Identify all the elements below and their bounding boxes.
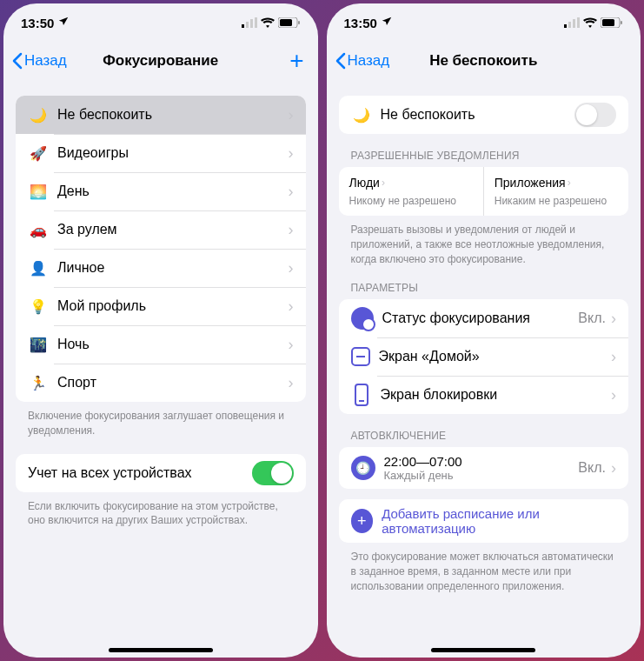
chevron-icon: › [289, 183, 294, 201]
moon-icon: 🌙 [351, 104, 372, 125]
chevron-icon: › [611, 348, 616, 366]
apps-sub: Никаким не разрешено [495, 195, 618, 207]
chevron-icon: › [289, 259, 294, 277]
status-bar: 13:50 [327, 3, 641, 42]
svg-rect-12 [602, 19, 614, 26]
params-header: ПАРАМЕТРЫ [327, 282, 641, 299]
focus-item[interactable]: 🚀Видеоигры› [16, 134, 306, 172]
svg-rect-13 [621, 21, 622, 24]
sync-row[interactable]: Учет на всех устройствах [16, 454, 306, 492]
focus-footer: Включение фокусирования заглушает оповещ… [3, 402, 318, 438]
focus-item[interactable]: 🌃Ночь› [16, 325, 306, 364]
focus-item-label: Спорт [57, 375, 289, 391]
focus-item[interactable]: 🌅День› [16, 172, 306, 210]
focus-item[interactable]: 🌙Не беспокоить› [16, 96, 306, 134]
svg-rect-9 [573, 19, 575, 28]
auto-footer: Это фокусирование может включаться автом… [327, 543, 641, 593]
add-schedule-row[interactable]: + Добавить расписание или автоматизацию [339, 499, 629, 543]
phone-left: 13:50 Назад Фокусирование + 🌙Не беспокои… [3, 3, 318, 658]
people-sub: Никому не разрешено [349, 195, 473, 207]
focus-item-icon: 💡 [28, 296, 49, 317]
svg-rect-0 [242, 24, 244, 28]
param-home-row[interactable]: Экран «Домой» › [339, 337, 629, 376]
focus-item-icon: 🚀 [28, 143, 49, 164]
focus-item-label: Видеоигры [57, 145, 289, 161]
focus-item[interactable]: 🚗За рулем› [16, 210, 306, 249]
chevron-icon: › [382, 177, 385, 189]
schedule-row[interactable]: 🕘 22:00—07:00 Каждый день Вкл. › [339, 447, 629, 489]
chevron-icon: › [611, 310, 616, 328]
phone-right: 13:50 Назад Не беспокоить 🌙 Не беспокоит… [327, 3, 641, 658]
focus-item[interactable]: 💡Мой профиль› [16, 287, 306, 325]
back-label: Назад [348, 52, 390, 70]
people-title: Люди [349, 176, 380, 190]
home-indicator[interactable] [431, 648, 535, 652]
sync-footer: Если включить фокусирование на этом устр… [3, 492, 318, 529]
sync-toggle[interactable] [252, 461, 294, 485]
svg-rect-6 [298, 21, 300, 24]
param-status-row[interactable]: Статус фокусирования Вкл. › [339, 299, 629, 337]
focus-item-label: День [57, 184, 289, 199]
param-home-label: Экран «Домой» [379, 349, 612, 364]
chevron-icon: › [289, 221, 294, 239]
chevron-icon: › [289, 374, 294, 392]
chevron-icon: › [611, 386, 616, 404]
auto-header: АВТОВКЛЮЧЕНИЕ [327, 430, 641, 447]
chevron-icon: › [289, 297, 294, 316]
svg-rect-2 [250, 19, 253, 28]
param-lock-label: Экран блокировки [381, 387, 612, 403]
add-schedule-label: Добавить расписание или автоматизацию [382, 506, 616, 536]
allowed-card: Люди› Никому не разрешено Приложения› Ни… [339, 167, 629, 216]
param-status-value: Вкл. [578, 310, 606, 326]
focus-item-label: Мой профиль [57, 298, 289, 314]
focus-item-icon: 🌃 [28, 334, 49, 355]
battery-icon [278, 16, 301, 30]
focus-item-label: Личное [57, 260, 289, 276]
signal-icon [564, 16, 580, 30]
param-status-label: Статус фокусирования [382, 310, 579, 326]
page-title: Фокусирование [103, 52, 218, 70]
add-button[interactable]: + [289, 47, 303, 75]
allowed-footer: Разрешать вызовы и уведомления от людей … [327, 216, 641, 266]
svg-rect-1 [246, 22, 249, 28]
focus-list: 🌙Не беспокоить›🚀Видеоигры›🌅День›🚗За руле… [16, 96, 306, 402]
param-lock-row[interactable]: Экран блокировки › [339, 376, 629, 414]
dnd-toggle[interactable] [574, 103, 616, 127]
dnd-row[interactable]: 🌙 Не беспокоить [339, 96, 629, 134]
svg-rect-5 [280, 19, 292, 26]
people-cell[interactable]: Люди› Никому не разрешено [339, 167, 483, 216]
schedule-time: 22:00—07:00 [384, 454, 579, 469]
focus-item-icon: 🏃 [28, 372, 49, 393]
page-title: Не беспокоить [429, 52, 537, 70]
chevron-icon: › [289, 336, 294, 354]
apps-title: Приложения [495, 176, 566, 190]
dnd-label: Не беспокоить [381, 107, 575, 123]
location-icon [57, 16, 70, 30]
back-button[interactable]: Назад [335, 52, 390, 70]
battery-icon [601, 16, 623, 30]
focus-item-label: Не беспокоить [57, 107, 289, 123]
chevron-icon: › [611, 459, 616, 477]
svg-rect-8 [568, 22, 571, 28]
status-time: 13:50 [344, 16, 377, 30]
back-button[interactable]: Назад [12, 52, 67, 70]
plus-icon: + [351, 509, 374, 533]
apps-cell[interactable]: Приложения› Никаким не разрешено [483, 167, 628, 216]
focus-item[interactable]: 👤Личное› [16, 249, 306, 287]
wifi-icon [261, 16, 275, 30]
status-time: 13:50 [21, 16, 54, 30]
wifi-icon [583, 16, 597, 30]
clock-icon: 🕘 [351, 456, 375, 480]
focus-item-label: Ночь [57, 337, 289, 352]
back-label: Назад [24, 52, 67, 70]
schedule-sub: Каждый день [384, 469, 579, 482]
focus-item[interactable]: 🏃Спорт› [16, 364, 306, 402]
chevron-icon: › [289, 144, 294, 163]
home-indicator[interactable] [109, 648, 213, 652]
focus-item-icon: 👤 [28, 257, 49, 278]
allowed-header: РАЗРЕШЕННЫЕ УВЕДОМЛЕНИЯ [327, 150, 641, 167]
svg-rect-7 [564, 24, 567, 28]
nav-bar: Назад Не беспокоить [327, 42, 641, 80]
focus-item-icon: 🚗 [28, 219, 49, 240]
svg-rect-10 [577, 17, 580, 28]
